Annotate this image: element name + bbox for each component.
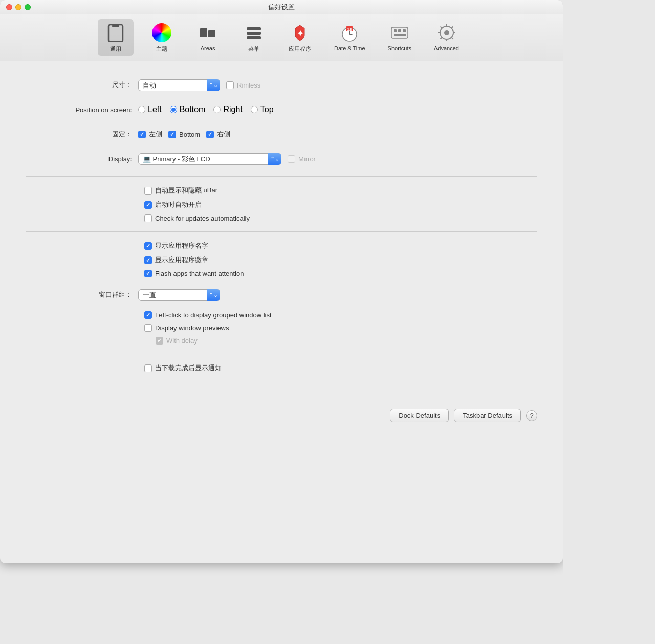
divider-1 xyxy=(26,176,537,177)
show-app-name-checkbox[interactable] xyxy=(144,242,152,250)
radio-top-input[interactable] xyxy=(251,106,258,113)
radio-bottom-input[interactable] xyxy=(170,106,177,113)
tab-menu[interactable]: 菜单 xyxy=(236,19,272,56)
section3-checkboxes: Left-click to display grouped window lis… xyxy=(144,311,537,345)
window-title: 偏好设置 xyxy=(268,3,295,12)
shortcuts-icon xyxy=(389,23,410,43)
svg-rect-12 xyxy=(394,29,397,32)
svg-rect-13 xyxy=(398,29,401,32)
svg-rect-0 xyxy=(108,25,123,42)
content-area: 尺寸： 自动 小 中 大 ⌃⌄ Rimless Pos xyxy=(0,61,563,388)
svg-rect-11 xyxy=(391,27,408,38)
radio-bottom-label: Bottom xyxy=(180,105,206,114)
tab-advanced[interactable]: Advanced xyxy=(428,19,465,56)
pin-right-item[interactable]: 右侧 xyxy=(206,130,230,139)
svg-rect-15 xyxy=(394,34,406,36)
svg-line-24 xyxy=(451,27,453,29)
pin-label: 固定： xyxy=(26,130,138,139)
size-select[interactable]: 自动 小 中 大 xyxy=(138,79,220,91)
radio-right-input[interactable] xyxy=(213,106,221,113)
svg-rect-1 xyxy=(112,25,119,27)
auto-hide-item[interactable]: 自动显示和隐藏 uBar xyxy=(144,186,537,195)
svg-rect-3 xyxy=(247,32,261,35)
show-app-name-label: 显示应用程序名字 xyxy=(155,241,208,250)
general-icon xyxy=(105,23,126,43)
svg-line-25 xyxy=(440,37,442,39)
launch-startup-item[interactable]: 启动时自动开启 xyxy=(144,200,537,209)
display-previews-checkbox[interactable] xyxy=(144,324,152,332)
window-group-select[interactable]: 一直 从不 智能 xyxy=(138,289,220,301)
display-previews-item[interactable]: Display window previews xyxy=(144,324,537,332)
window-group-select-wrapper: 一直 从不 智能 ⌃⌄ xyxy=(138,289,220,301)
maximize-button[interactable] xyxy=(25,4,31,10)
position-label: Position on screen: xyxy=(26,106,138,114)
download-notify-checkbox[interactable] xyxy=(144,364,152,372)
tab-general[interactable]: 通用 xyxy=(98,19,134,56)
radio-top-label: Top xyxy=(260,105,274,114)
dock-defaults-button[interactable]: Dock Defaults xyxy=(390,409,449,422)
tab-areas[interactable]: Areas xyxy=(190,19,226,56)
window-group-controls: 一直 从不 智能 ⌃⌄ xyxy=(138,289,220,301)
rimless-checkbox-item[interactable]: Rimless xyxy=(226,81,260,89)
help-button[interactable]: ? xyxy=(526,410,537,421)
datetime-icon: 18 xyxy=(339,23,360,43)
display-select[interactable]: 💻 Primary - 彩色 LCD xyxy=(138,153,281,165)
preferences-window: 偏好设置 通用 主题 Are xyxy=(0,0,563,563)
show-badge-checkbox[interactable] xyxy=(144,256,152,264)
pin-right-label: 右侧 xyxy=(217,130,230,139)
mirror-checkbox[interactable] xyxy=(288,155,295,163)
flash-apps-label: Flash apps that want attention xyxy=(155,270,244,277)
radio-top[interactable]: Top xyxy=(251,105,274,114)
display-select-wrapper: 💻 Primary - 彩色 LCD ⌃⌄ xyxy=(138,153,281,165)
section2-checkboxes: 显示应用程序名字 显示应用程序徽章 Flash apps that want a… xyxy=(144,241,537,277)
flash-apps-checkbox[interactable] xyxy=(144,270,152,277)
check-updates-label: Check for updates automatically xyxy=(155,214,250,222)
radio-left[interactable]: Left xyxy=(138,105,162,114)
divider-3 xyxy=(26,354,537,354)
radio-bottom[interactable]: Bottom xyxy=(170,105,206,114)
svg-text:✦: ✦ xyxy=(297,29,304,38)
rimless-label: Rimless xyxy=(237,81,260,89)
minimize-button[interactable] xyxy=(15,4,21,10)
position-row: Position on screen: Left Bottom Right To… xyxy=(26,101,537,118)
tab-apps[interactable]: ✦ 应用程序 xyxy=(282,19,318,56)
pin-bottom-checkbox[interactable] xyxy=(168,131,176,138)
divider-2 xyxy=(26,231,537,232)
pin-right-checkbox[interactable] xyxy=(206,131,214,138)
display-previews-label: Display window previews xyxy=(155,324,229,332)
download-notify-item[interactable]: 当下载完成后显示通知 xyxy=(144,363,537,373)
left-click-group-item[interactable]: Left-click to display grouped window lis… xyxy=(144,311,537,319)
left-click-group-checkbox[interactable] xyxy=(144,311,152,319)
close-button[interactable] xyxy=(6,4,12,10)
pin-row: 固定： 左侧 Bottom 右侧 xyxy=(26,126,537,142)
radio-left-input[interactable] xyxy=(138,106,145,113)
check-updates-item[interactable]: Check for updates automatically xyxy=(144,214,537,222)
tab-themes[interactable]: 主题 xyxy=(144,19,180,56)
with-delay-item: With delay xyxy=(156,337,537,345)
taskbar-defaults-button[interactable]: Taskbar Defaults xyxy=(454,409,521,422)
pin-left-item[interactable]: 左侧 xyxy=(138,130,162,139)
show-app-name-item[interactable]: 显示应用程序名字 xyxy=(144,241,537,250)
window-group-row: 窗口群组： 一直 从不 智能 ⌃⌄ xyxy=(26,287,537,303)
display-row: Display: 💻 Primary - 彩色 LCD ⌃⌄ Mirror xyxy=(26,151,537,167)
launch-startup-checkbox[interactable] xyxy=(144,201,152,209)
auto-hide-checkbox[interactable] xyxy=(144,187,152,195)
themes-icon xyxy=(151,23,172,43)
tab-datetime[interactable]: 18 Date & Time xyxy=(328,19,372,56)
check-updates-checkbox[interactable] xyxy=(144,214,152,222)
with-delay-checkbox[interactable] xyxy=(156,337,163,345)
download-notify-label: 当下载完成后显示通知 xyxy=(155,363,222,373)
radio-right[interactable]: Right xyxy=(213,105,242,114)
rimless-checkbox[interactable] xyxy=(226,81,234,89)
show-badge-item[interactable]: 显示应用程序徽章 xyxy=(144,255,537,265)
left-click-group-label: Left-click to display grouped window lis… xyxy=(155,311,272,319)
menu-icon xyxy=(244,23,264,43)
svg-rect-4 xyxy=(247,36,261,39)
flash-apps-item[interactable]: Flash apps that want attention xyxy=(144,270,537,277)
tab-datetime-label: Date & Time xyxy=(334,45,365,51)
tab-shortcuts[interactable]: Shortcuts xyxy=(382,19,418,56)
mirror-checkbox-item[interactable]: Mirror xyxy=(288,155,316,163)
pin-left-checkbox[interactable] xyxy=(138,131,146,138)
pin-bottom-item[interactable]: Bottom xyxy=(168,131,200,138)
auto-hide-label: 自动显示和隐藏 uBar xyxy=(155,186,217,195)
